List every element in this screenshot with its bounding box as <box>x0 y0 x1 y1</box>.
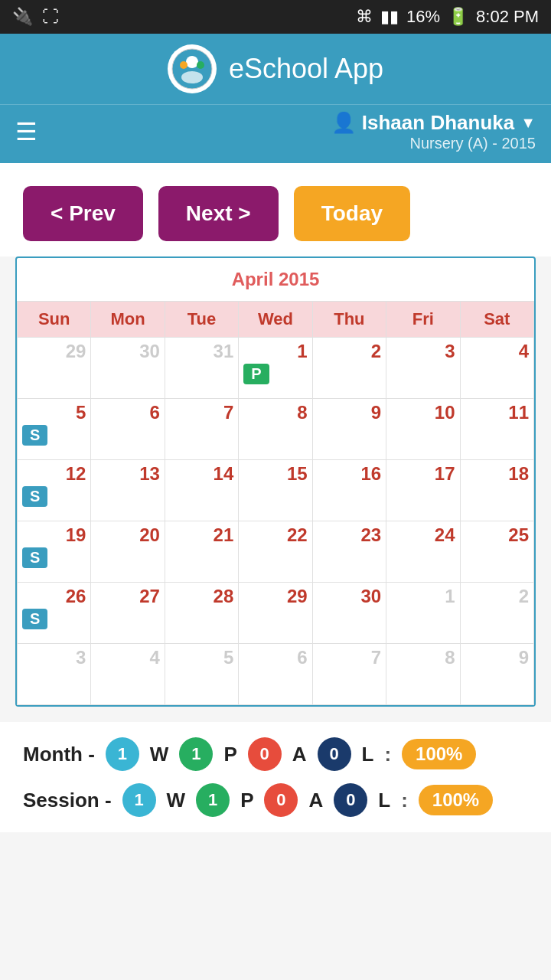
day-number: 13 <box>96 463 159 485</box>
calendar-cell[interactable]: 4 <box>460 338 533 399</box>
status-bar: 🔌 ⛶ ⌘ ▮▮ 16% 🔋 8:02 PM <box>0 0 551 34</box>
svg-point-2 <box>181 71 203 83</box>
calendar-cell[interactable]: 2 <box>312 338 386 399</box>
calendar-cell[interactable]: 19S <box>18 521 91 583</box>
day-number: 8 <box>243 402 307 423</box>
calendar-cell[interactable]: 1P <box>239 338 312 399</box>
calendar-cell[interactable]: 6 <box>91 399 165 460</box>
event-badge-s[interactable]: S <box>22 609 47 629</box>
event-badge-s[interactable]: S <box>22 547 47 568</box>
weekday-sat: Sat <box>460 302 533 338</box>
calendar-cell[interactable]: 4 <box>91 644 165 705</box>
user-dropdown-arrow[interactable]: ▼ <box>520 114 536 132</box>
calendar-cell[interactable]: 30 <box>91 338 165 399</box>
day-number: 7 <box>318 647 381 668</box>
today-button[interactable]: Today <box>294 186 410 241</box>
calendar-cell[interactable]: 2 <box>460 583 533 644</box>
clock: 8:02 PM <box>476 7 539 27</box>
calendar-cell[interactable]: 31 <box>165 338 238 399</box>
summary: Month - 1 W 1 P 0 A 0 L : 100% Session -… <box>0 722 551 832</box>
calendar-week-1: 5S67891011 <box>18 399 534 460</box>
session-label: Session - <box>23 789 112 812</box>
month-w-label: W <box>150 743 169 766</box>
calendar-cell[interactable]: 26S <box>18 583 91 644</box>
day-number: 3 <box>22 647 86 668</box>
next-button[interactable]: Next > <box>158 186 279 241</box>
day-number: 6 <box>243 647 307 668</box>
month-p-count: 1 <box>179 737 213 771</box>
session-w-count: 1 <box>122 783 156 817</box>
day-number: 9 <box>318 402 381 423</box>
day-number: 15 <box>243 463 307 485</box>
day-number: 1 <box>243 341 307 362</box>
session-summary-row: Session - 1 W 1 P 0 A 0 L : 100% <box>23 783 528 817</box>
calendar-cell[interactable]: 23 <box>312 521 386 583</box>
calendar-cell[interactable]: 9 <box>460 644 533 705</box>
session-a-label: A <box>308 789 323 812</box>
event-badge-p[interactable]: P <box>243 364 269 384</box>
month-sep: : <box>384 743 391 766</box>
calendar-cell[interactable]: 3 <box>18 644 91 705</box>
day-number: 24 <box>391 524 455 546</box>
battery-pct: 16% <box>406 7 440 27</box>
hamburger-menu[interactable]: ☰ <box>15 119 37 144</box>
calendar-week-0: 2930311P234 <box>18 338 534 399</box>
calendar-cell[interactable]: 15 <box>239 460 312 521</box>
calendar-cell[interactable]: 24 <box>386 521 460 583</box>
calendar-cell[interactable]: 9 <box>312 399 386 460</box>
calendar-cell[interactable]: 8 <box>239 399 312 460</box>
nav-buttons: < Prev Next > Today <box>0 163 551 256</box>
month-p-label: P <box>223 743 236 766</box>
day-number: 30 <box>318 586 381 607</box>
calendar-cell[interactable]: 8 <box>386 644 460 705</box>
calendar-cell[interactable]: 12S <box>18 460 91 521</box>
calendar-cell[interactable]: 22 <box>239 521 312 583</box>
calendar-cell[interactable]: 29 <box>18 338 91 399</box>
calendar-cell[interactable]: 14 <box>165 460 238 521</box>
calendar-cell[interactable]: 16 <box>312 460 386 521</box>
calendar-week-3: 19S202122232425 <box>18 521 534 583</box>
calendar-cell[interactable]: 7 <box>165 399 238 460</box>
day-number: 10 <box>391 402 455 423</box>
calendar-cell[interactable]: 30 <box>312 583 386 644</box>
calendar-cell[interactable]: 6 <box>239 644 312 705</box>
session-l-count: 0 <box>334 783 367 817</box>
calendar-cell[interactable]: 11 <box>460 399 533 460</box>
weekday-fri: Fri <box>386 302 460 338</box>
calendar-cell[interactable]: 5 <box>165 644 238 705</box>
app-logo <box>168 44 217 93</box>
calendar-cell[interactable]: 21 <box>165 521 238 583</box>
battery-icon: 🔋 <box>448 7 468 27</box>
calendar-cell[interactable]: 17 <box>386 460 460 521</box>
event-badge-s[interactable]: S <box>22 486 47 507</box>
calendar-cell[interactable]: 10 <box>386 399 460 460</box>
month-label: Month - <box>23 743 95 766</box>
calendar-cell[interactable]: 7 <box>312 644 386 705</box>
calendar-title: April 2015 <box>17 258 534 301</box>
calendar-week-4: 26S2728293012 <box>18 583 534 644</box>
calendar-cell[interactable]: 25 <box>460 521 533 583</box>
session-p-label: P <box>240 789 253 812</box>
event-badge-s[interactable]: S <box>22 425 47 446</box>
svg-point-3 <box>180 61 187 69</box>
calendar-cell[interactable]: 3 <box>386 338 460 399</box>
session-a-count: 0 <box>264 783 298 817</box>
day-number: 23 <box>318 524 381 546</box>
calendar-cell[interactable]: 28 <box>165 583 238 644</box>
day-number: 22 <box>243 524 307 546</box>
day-number: 2 <box>318 341 381 362</box>
calendar-cell[interactable]: 27 <box>91 583 165 644</box>
calendar-cell[interactable]: 20 <box>91 521 165 583</box>
day-number: 11 <box>465 402 529 423</box>
calendar-cell[interactable]: 1 <box>386 583 460 644</box>
day-number: 29 <box>243 586 307 607</box>
user-name[interactable]: 👤 Ishaan Dhanuka ▼ <box>331 111 536 135</box>
prev-button[interactable]: < Prev <box>23 186 143 241</box>
session-l-label: L <box>378 789 390 812</box>
calendar-cell[interactable]: 5S <box>18 399 91 460</box>
day-number: 27 <box>96 586 159 607</box>
calendar-cell[interactable]: 18 <box>460 460 533 521</box>
calendar-cell[interactable]: 29 <box>239 583 312 644</box>
calendar-cell[interactable]: 13 <box>91 460 165 521</box>
month-l-count: 0 <box>318 737 351 771</box>
